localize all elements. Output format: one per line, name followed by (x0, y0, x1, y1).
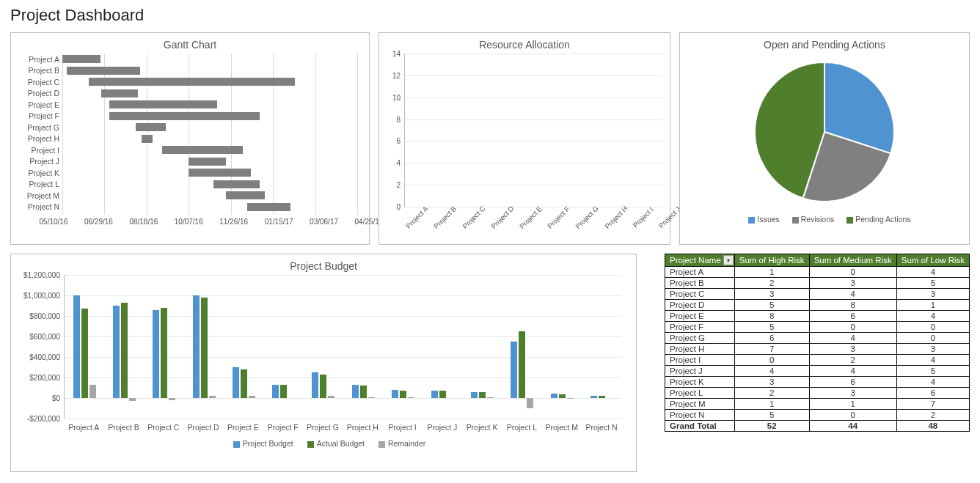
gantt-bar (226, 191, 265, 199)
table-row: Project A104 (665, 267, 970, 278)
budget-bar (400, 391, 406, 399)
budget-bar (320, 375, 326, 398)
gantt-label: Project L (20, 180, 62, 188)
budget-ytick: $1,200,000 (23, 271, 65, 279)
table-row: Project D581 (665, 300, 970, 311)
budget-bar (161, 308, 167, 398)
gantt-row: Project M (20, 190, 357, 202)
pie-chart (747, 55, 902, 209)
gantt-label: Project H (20, 134, 62, 143)
budget-bar (479, 392, 486, 398)
resource-xlabel: Project B (432, 204, 466, 238)
budget-bar (431, 391, 438, 398)
budget-ytick: $1,000,000 (23, 292, 65, 300)
risk-header: Sum of High Risk (734, 254, 809, 267)
gantt-bar (189, 158, 226, 166)
gantt-label: Project F (20, 111, 62, 120)
table-row: Project C343 (665, 289, 970, 300)
budget-legend: Project Budget Actual Budget Remainder (11, 439, 636, 448)
budget-bar (209, 396, 216, 398)
gantt-tick: 08/18/16 (129, 218, 158, 226)
budget-bar (511, 342, 517, 398)
budget-xlabel: Project G (303, 423, 343, 432)
budget-bar (272, 385, 279, 398)
budget-bar (113, 306, 120, 398)
gantt-bar (67, 67, 140, 75)
budget-bar (590, 396, 597, 399)
gantt-row: Project B (20, 65, 357, 77)
budget-xlabel: Project C (144, 423, 183, 432)
pie-legend: Issues Revisions Pending Actions (680, 215, 969, 224)
budget-xlabel: Project D (183, 423, 223, 432)
budget-ytick: $800,000 (29, 312, 65, 320)
table-total-row: Grand Total524448 (665, 421, 970, 432)
budget-bar (559, 394, 566, 398)
gantt-row: Project H (20, 133, 357, 145)
gantt-bar (109, 100, 217, 108)
budget-bar (233, 367, 239, 398)
gantt-label: Project C (20, 78, 62, 86)
budget-xlabel: Project L (502, 423, 541, 432)
risk-table: Project Name▾Sum of High RiskSum of Medi… (665, 254, 970, 432)
resource-xlabel: Project H (603, 204, 637, 238)
resource-ytick: 2 (396, 181, 405, 189)
gantt-row: Project G (20, 122, 357, 133)
resource-ytick: 12 (392, 71, 405, 79)
gantt-bar (189, 169, 251, 177)
budget-xlabel: Project I (382, 423, 422, 432)
budget-xlabel: Project M (542, 423, 582, 432)
table-row: Project G640 (665, 333, 970, 344)
budget-bar (519, 331, 525, 398)
budget-bar (169, 398, 175, 400)
budget-bar (471, 392, 478, 398)
gantt-label: Project D (20, 89, 62, 97)
risk-header: Project Name▾ (665, 254, 735, 267)
resource-ytick: 10 (392, 93, 405, 101)
gantt-row: Project F (20, 111, 357, 122)
gantt-row: Project L (20, 179, 357, 191)
resource-xlabel: Project D (489, 204, 523, 238)
risk-header: Sum of Low Risk (896, 254, 969, 267)
budget-xlabel: Project H (343, 423, 382, 432)
gantt-tick: 03/06/17 (310, 218, 338, 226)
gantt-bar (101, 89, 139, 97)
table-row: Project F500 (665, 322, 970, 333)
resource-xlabel: Project F (546, 204, 579, 237)
gantt-label: Project E (20, 100, 62, 109)
gantt-bar (136, 123, 166, 131)
table-row: Project B235 (665, 278, 970, 289)
resource-xlabel: Project A (404, 204, 437, 237)
table-row: Project M117 (665, 399, 970, 410)
resource-ytick: 0 (396, 203, 405, 211)
budget-bar (241, 369, 247, 398)
budget-bar (439, 391, 446, 398)
filter-icon[interactable]: ▾ (723, 255, 734, 265)
pie-title: Open and Pending Actions (680, 39, 969, 51)
budget-chart-panel: Project Budget -$200,000$0$200,000$400,0… (10, 254, 637, 472)
resource-ytick: 14 (392, 50, 405, 58)
page-title: Project Dashboard (10, 6, 970, 25)
budget-bar (153, 310, 159, 398)
gantt-label: Project M (20, 191, 62, 200)
budget-bar (368, 397, 375, 398)
budget-bar (527, 398, 533, 408)
budget-ytick: -$200,000 (27, 415, 65, 423)
budget-bar (249, 396, 255, 398)
budget-bar (73, 295, 80, 398)
budget-title: Project Budget (11, 260, 636, 272)
budget-ytick: $600,000 (29, 333, 65, 341)
resource-ytick: 8 (396, 115, 405, 123)
gantt-bar (247, 203, 291, 211)
budget-bar (392, 390, 398, 398)
budget-xlabel: Project N (582, 423, 621, 432)
gantt-tick: 10/07/16 (175, 218, 203, 226)
budget-bar (551, 394, 557, 398)
budget-bar (201, 298, 208, 398)
budget-bar (360, 386, 367, 398)
gantt-bar (109, 112, 259, 120)
risk-table-panel: Project Name▾Sum of High RiskSum of Medi… (665, 254, 970, 472)
gantt-label: Project A (20, 55, 62, 64)
gantt-label: Project K (20, 169, 62, 177)
resource-xlabel: Project G (574, 204, 607, 238)
table-row: Project L236 (665, 388, 970, 399)
